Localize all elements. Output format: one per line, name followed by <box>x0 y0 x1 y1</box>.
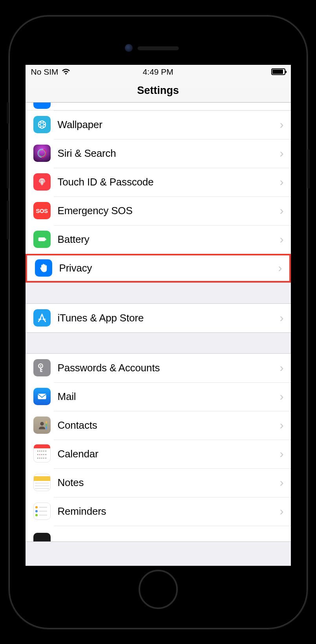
chevron-right-icon: › <box>280 175 291 189</box>
list-item-passwords[interactable]: Passwords & Accounts › <box>26 354 291 382</box>
svg-rect-14 <box>38 394 46 399</box>
list-item-wallpaper[interactable]: Wallpaper › <box>26 110 291 139</box>
notes-icon <box>33 474 51 491</box>
chevron-right-icon: › <box>278 261 289 275</box>
list-item-contacts[interactable]: Contacts › <box>26 411 291 440</box>
list-item-privacy[interactable]: Privacy › <box>26 254 291 283</box>
clock: 4:49 PM <box>142 67 173 77</box>
calendar-icon: • • • • • • • • • • • • • • • <box>33 445 51 462</box>
wifi-icon <box>62 68 70 75</box>
chevron-right-icon: › <box>280 476 291 489</box>
settings-group-store: iTunes & App Store › <box>26 303 291 333</box>
chevron-right-icon: › <box>280 418 291 432</box>
chevron-right-icon: › <box>280 204 291 217</box>
list-item-label: Mail <box>58 391 280 403</box>
chevron-right-icon: › <box>280 390 291 403</box>
list-item-partial-bottom[interactable] <box>26 526 291 541</box>
appstore-icon <box>33 309 51 327</box>
list-item-label: iTunes & App Store <box>58 312 280 324</box>
list-item-label: Reminders <box>58 505 280 517</box>
partial-icon-bottom <box>33 533 51 541</box>
list-item-appstore[interactable]: iTunes & App Store › <box>26 304 291 332</box>
chevron-right-icon: › <box>280 361 291 374</box>
list-item-sos[interactable]: SOS Emergency SOS › <box>26 196 291 225</box>
list-item-label: Notes <box>58 477 280 489</box>
list-item-calendar[interactable]: • • • • • • • • • • • • • • • Calendar › <box>26 440 291 468</box>
sos-text: SOS <box>36 207 47 214</box>
mute-switch <box>7 102 9 124</box>
list-item-label: Touch ID & Passcode <box>58 176 280 188</box>
screen: No SIM 4:49 PM Settings <box>26 65 291 566</box>
page-title: Settings <box>26 79 291 103</box>
battery-icon <box>33 231 51 248</box>
volume-down-button <box>7 200 9 240</box>
svg-point-9 <box>38 150 45 156</box>
carrier-label: No SIM <box>31 67 58 77</box>
svg-rect-16 <box>46 421 47 424</box>
list-item-label: Privacy <box>59 262 278 274</box>
phone-frame: No SIM 4:49 PM Settings <box>9 16 307 629</box>
sos-icon: SOS <box>33 202 51 219</box>
hand-icon <box>35 259 52 277</box>
list-item-reminders[interactable]: Reminders › <box>26 497 291 526</box>
speaker-grille <box>137 46 179 50</box>
svg-point-13 <box>40 365 41 367</box>
list-item-label: Emergency SOS <box>58 205 280 217</box>
list-item-battery[interactable]: Battery › <box>26 225 291 254</box>
list-item-label: Battery <box>58 233 280 246</box>
partial-icon <box>33 103 51 109</box>
power-button <box>307 149 310 189</box>
list-item-mail[interactable]: Mail › <box>26 382 291 411</box>
key-icon <box>33 359 51 376</box>
svg-rect-11 <box>45 239 46 240</box>
settings-group-accounts: Passwords & Accounts › Mail › <box>26 353 291 542</box>
list-item-label: Calendar <box>58 448 280 460</box>
volume-up-button <box>7 149 9 189</box>
chevron-right-icon: › <box>280 505 291 518</box>
list-item-partial-top[interactable] <box>26 103 291 110</box>
contacts-icon <box>33 416 51 434</box>
settings-group-general: Wallpaper › Siri & Search › <box>26 103 291 283</box>
chevron-right-icon: › <box>280 233 291 246</box>
list-item-label: Siri & Search <box>58 147 280 160</box>
battery-status-icon <box>271 68 285 75</box>
front-camera <box>125 44 133 52</box>
group-spacer <box>26 283 291 303</box>
reminders-icon <box>33 503 51 520</box>
home-button[interactable] <box>139 570 178 609</box>
list-item-notes[interactable]: Notes › <box>26 468 291 497</box>
list-item-label: Passwords & Accounts <box>58 362 280 374</box>
mail-icon <box>33 388 51 405</box>
chevron-right-icon: › <box>280 447 291 461</box>
wallpaper-icon <box>33 116 51 133</box>
group-spacer <box>26 333 291 353</box>
settings-list[interactable]: Wallpaper › Siri & Search › <box>26 103 291 542</box>
chevron-right-icon: › <box>280 311 291 325</box>
siri-icon <box>33 145 51 162</box>
chevron-right-icon: › <box>280 118 291 131</box>
svg-rect-10 <box>38 237 45 241</box>
svg-point-15 <box>40 422 44 426</box>
list-item-label: Contacts <box>58 419 280 431</box>
svg-rect-18 <box>46 427 47 429</box>
svg-rect-17 <box>46 424 47 427</box>
list-item-label: Wallpaper <box>58 119 280 131</box>
status-bar: No SIM 4:49 PM <box>26 65 291 79</box>
list-item-siri[interactable]: Siri & Search › <box>26 139 291 168</box>
fingerprint-icon <box>33 173 51 191</box>
chevron-right-icon: › <box>280 147 291 160</box>
list-item-touchid[interactable]: Touch ID & Passcode › <box>26 168 291 196</box>
